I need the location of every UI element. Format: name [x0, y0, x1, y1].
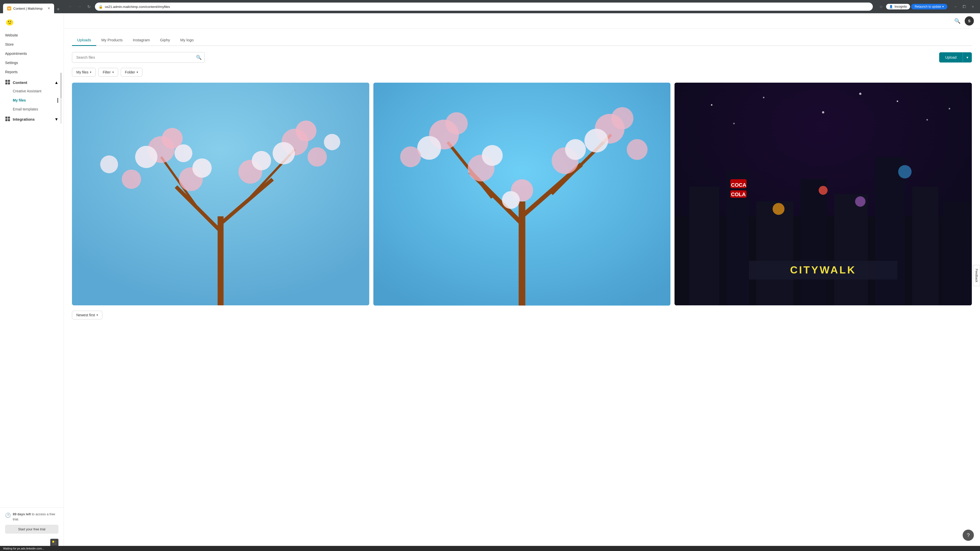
- svg-point-74: [855, 196, 865, 206]
- svg-rect-10: [8, 117, 10, 119]
- content-grid-icon: [5, 79, 10, 85]
- app-container: Website Store Appointments Settings Repo…: [0, 13, 980, 551]
- incognito-avatar: 👤: [889, 5, 893, 8]
- top-bar: 🔍 S: [64, 13, 980, 29]
- svg-point-80: [822, 111, 824, 114]
- svg-point-75: [898, 165, 912, 178]
- search-input[interactable]: [72, 52, 205, 63]
- svg-point-48: [584, 129, 608, 152]
- sidebar-item-email-templates[interactable]: Email templates: [0, 105, 64, 113]
- svg-point-73: [819, 186, 828, 195]
- help-button[interactable]: ?: [963, 530, 974, 541]
- tab-giphy[interactable]: Giphy: [155, 35, 175, 46]
- close-window-button[interactable]: ×: [969, 3, 977, 11]
- trial-clock-icon: 🕐: [5, 512, 11, 519]
- image-card-cherry1[interactable]: [72, 83, 369, 305]
- svg-rect-11: [5, 119, 7, 121]
- tab-favicon: M: [7, 6, 11, 11]
- my-files-chevron-icon: ▾: [90, 70, 91, 74]
- new-tab-button[interactable]: +: [54, 5, 62, 13]
- sidebar-integrations-section[interactable]: Integrations ▼: [0, 113, 64, 124]
- appointments-label: Appointments: [5, 52, 27, 56]
- sidebar-scrollbar-thumb[interactable]: [60, 73, 62, 98]
- status-text: Waiting for px.ads.linkedin.com...: [3, 547, 44, 550]
- svg-point-72: [773, 203, 785, 215]
- sidebar-item-settings[interactable]: Settings: [0, 58, 64, 67]
- sidebar-bottom: 🕐 89 days left to access a free trial. S…: [0, 507, 64, 551]
- integrations-icon: [5, 116, 10, 122]
- content-section-label: Content: [5, 79, 27, 86]
- relaunch-button[interactable]: Relaunch to update ▾: [911, 4, 947, 10]
- global-search-button[interactable]: 🔍: [954, 18, 961, 24]
- tab-instagram[interactable]: Instagram: [127, 35, 155, 46]
- start-trial-button[interactable]: Start your free trial: [5, 525, 59, 534]
- cursor-indicator: |: [57, 97, 59, 103]
- forward-button[interactable]: →: [76, 3, 84, 11]
- sidebar: Website Store Appointments Settings Repo…: [0, 13, 64, 551]
- svg-point-4: [11, 21, 13, 23]
- upload-button-group: Upload ▾: [939, 52, 972, 62]
- main-content: 🔍 S Uploads My Products Instagram Giphy: [64, 13, 980, 551]
- content-area: Uploads My Products Instagram Giphy My l…: [64, 29, 980, 326]
- svg-point-78: [711, 104, 713, 106]
- upload-button[interactable]: Upload: [939, 52, 963, 62]
- lock-icon: 🔒: [99, 5, 103, 9]
- tab-uploads[interactable]: Uploads: [72, 35, 96, 46]
- content-collapse-icon: ▲: [54, 80, 59, 85]
- relaunch-label: Relaunch to update: [915, 5, 941, 8]
- website-label: Website: [5, 33, 18, 37]
- svg-point-2: [8, 21, 9, 22]
- sidebar-scrollbar-track: [60, 73, 62, 124]
- store-label: Store: [5, 42, 14, 46]
- svg-point-51: [482, 145, 503, 166]
- upload-dropdown-icon: ▾: [966, 56, 968, 59]
- image-card-night-city[interactable]: COCA COLA CITYWALK: [675, 83, 972, 305]
- svg-point-55: [627, 139, 648, 160]
- search-submit-button[interactable]: 🔍: [196, 55, 202, 60]
- refresh-button[interactable]: ↻: [85, 3, 93, 11]
- svg-rect-6: [8, 80, 10, 82]
- close-tab-button[interactable]: ×: [48, 6, 50, 11]
- sidebar-content-section[interactable]: Content ▲: [0, 76, 64, 87]
- my-files-filter[interactable]: My files ▾: [72, 68, 96, 76]
- tab-my-products[interactable]: My Products: [96, 35, 127, 46]
- upload-dropdown-button[interactable]: ▾: [963, 52, 972, 62]
- user-avatar[interactable]: S: [965, 16, 974, 25]
- bookmark-button[interactable]: ☆: [877, 3, 885, 11]
- filter-row: My files ▾ Filter ▾ Folder ▾: [72, 68, 972, 76]
- svg-rect-13: [52, 541, 54, 543]
- svg-text:COCA: COCA: [731, 182, 746, 188]
- maximize-button[interactable]: ⧠: [960, 3, 968, 11]
- folder-dropdown[interactable]: Folder ▾: [121, 68, 143, 76]
- sidebar-item-store[interactable]: Store: [0, 40, 64, 49]
- feedback-tab[interactable]: Feedback: [973, 265, 980, 286]
- sidebar-item-creative-assistant[interactable]: Creative Assistant: [0, 87, 64, 95]
- tab-my-logo[interactable]: My logo: [175, 35, 199, 46]
- cherry-blossom-2-image: [373, 83, 671, 306]
- back-button[interactable]: ←: [66, 3, 75, 11]
- svg-point-37: [324, 134, 340, 150]
- sidebar-item-appointments[interactable]: Appointments: [0, 49, 64, 58]
- minimize-button[interactable]: −: [951, 3, 959, 11]
- svg-point-26: [175, 144, 192, 162]
- filter-chevron-icon: ▾: [112, 70, 114, 74]
- window-controls: − ⧠ ×: [951, 3, 977, 11]
- filter-dropdown[interactable]: Filter ▾: [98, 68, 118, 76]
- active-tab[interactable]: M Content | Mailchimp ×: [3, 3, 54, 13]
- sidebar-item-my-files[interactable]: My files |: [0, 95, 64, 105]
- night-city-image: COCA COLA CITYWALK: [675, 83, 972, 305]
- sidebar-logo[interactable]: [0, 13, 64, 30]
- sidebar-item-website[interactable]: Website: [0, 30, 64, 40]
- trial-days: 89 days left: [13, 512, 31, 516]
- address-bar[interactable]: 🔒 us21.admin.mailchimp.com/content/#myfi…: [95, 3, 873, 11]
- svg-rect-9: [5, 117, 7, 119]
- image-card-cherry2[interactable]: [373, 83, 671, 306]
- mailchimp-logo-icon: [5, 17, 14, 27]
- integrations-expand-icon: ▼: [54, 117, 59, 122]
- sidebar-item-reports[interactable]: Reports: [0, 67, 64, 76]
- svg-rect-65: [875, 157, 905, 305]
- sort-dropdown[interactable]: Newest first ▾: [72, 311, 102, 319]
- svg-rect-15: [52, 543, 54, 545]
- svg-rect-7: [5, 83, 7, 84]
- svg-point-33: [252, 151, 271, 170]
